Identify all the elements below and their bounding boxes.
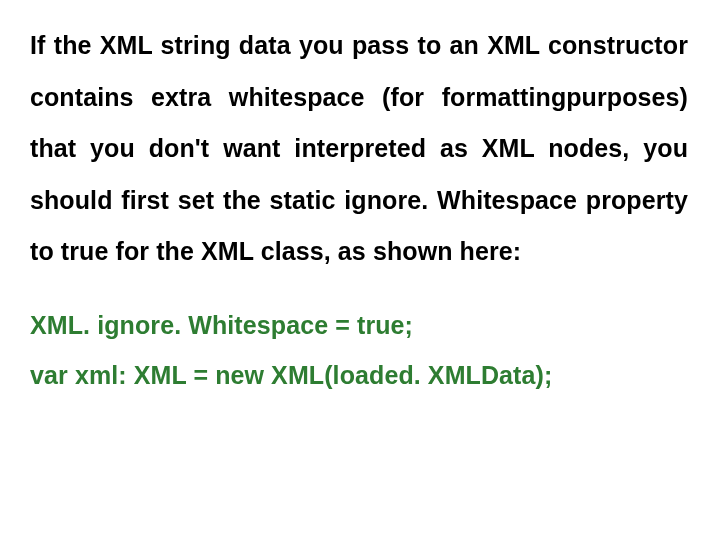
code-line-2: var xml: XML = new XML(loaded. XMLData);: [30, 350, 688, 400]
document-page: If the XML string data you pass to an XM…: [0, 0, 720, 540]
body-paragraph: If the XML string data you pass to an XM…: [30, 20, 688, 278]
code-block: XML. ignore. Whitespace = true; var xml:…: [30, 300, 688, 400]
code-line-1: XML. ignore. Whitespace = true;: [30, 300, 688, 350]
